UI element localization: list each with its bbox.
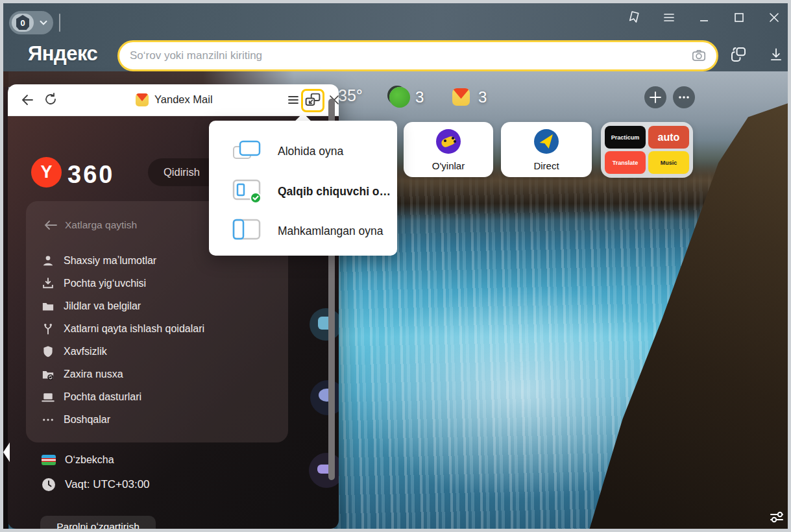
gamepad-dot [454,140,456,143]
language-label: Oʻzbekcha [65,454,114,466]
separate-window-icon [232,139,262,163]
tab-counter[interactable]: 0 [9,11,53,34]
extensions-icon[interactable] [729,45,748,64]
window-frame [0,529,791,532]
menu-item-pinned-window[interactable]: Mahkamlangan oyna [209,211,397,251]
add-widget-button[interactable] [644,86,666,108]
direct-arrow [538,133,555,150]
messenger-count: 3 [415,88,424,106]
window-mode-dropdown: Alohida oyna Qalqib chiquvchi o… Mahkaml… [209,121,397,256]
uzbekistan-flag-icon [42,455,56,465]
menu-item-separate-window[interactable]: Alohida oyna [209,131,397,171]
popup-title: Yandex Mail [154,93,213,106]
tile-games[interactable]: O'yinlar [404,122,493,177]
ellipsis-icon [42,413,55,426]
sidebar-item-label: Boshqalar [64,414,110,426]
menu-item-label: Qalqib chiquvchi o… [278,185,391,199]
direct-icon [534,129,559,154]
menu-item-label: Alohida oyna [278,145,343,158]
sidebar-item-label: Pochta yigʻuvchisi [64,278,146,289]
back-icon[interactable] [18,92,34,108]
more-options-button[interactable] [673,86,695,108]
tile-group: Practicum auto Translate Music [601,122,693,178]
back-arrow-icon [44,221,57,230]
sidebar-item-label: Shaxsiy maʼlumotlar [64,255,156,267]
camera-search-icon[interactable] [690,47,707,64]
screen: 0 Яндекс 35° 3 3 O'yinlar [0,0,791,532]
flag-icon[interactable] [626,10,642,25]
hamburger-menu-icon[interactable] [661,10,677,25]
reload-icon[interactable] [43,91,58,107]
menu-item-floating-window[interactable]: Qalqib chiquvchi o… [209,171,397,212]
sidebar-item-security[interactable]: Xavfsizlik [42,340,275,363]
y360-logo-text: 360 [67,161,114,189]
mail-informer-icon[interactable] [452,88,470,106]
shield-icon [42,345,55,358]
tile-games-label: O'yinlar [404,160,493,171]
window-frame [0,0,791,3]
menu-item-label: Mahkamlangan oyna [278,224,383,238]
gamepad-dot [444,139,446,142]
user-icon [42,254,55,267]
tab-counter-badge: 0 [12,14,34,32]
change-password-button[interactable]: Parolni oʻzgartirish [40,516,156,529]
tile-translate[interactable]: Translate [605,151,646,174]
sidebar-item-label: Zaxira nusxa [64,369,123,380]
tile-practicum[interactable]: Practicum [605,126,646,149]
sidebar-item-folders[interactable]: Jildlar va belgilar [42,295,275,317]
gamepad-dot [452,137,454,139]
browser-topbar: 0 Яндекс [3,3,788,71]
clock-icon [42,478,56,492]
mail-count: 3 [478,88,487,106]
laptop-icon [42,391,55,404]
maximize-icon[interactable] [731,10,747,25]
tile-music[interactable]: Music [648,151,689,174]
search-bar [117,40,718,71]
sidebar-item-collector[interactable]: Pochta yigʻuvchisi [42,272,275,295]
pinned-window-icon [232,219,262,243]
window-mode-button[interactable] [301,89,324,112]
back-label: Xatlarga qaytish [65,219,137,231]
minimize-icon[interactable] [696,10,712,25]
search-input[interactable] [119,49,690,62]
tab-counter-value: 0 [16,15,29,30]
mail-collector-icon [42,277,55,290]
back-to-mail-link[interactable]: Xatlarga qaytish [44,219,137,231]
y360-logo-circle[interactable]: Y [31,157,62,187]
time-row: Vaqt: UTC+03:00 [42,478,150,492]
sidebar-item-label: Jildlar va belgilar [64,300,141,312]
sidebar-item-label: Xavfsizlik [64,346,107,357]
tile-auto[interactable]: auto [648,126,689,149]
sidebar-item-rules[interactable]: Xatlarni qayta ishlash qoidalari [42,317,275,340]
sidebar-item-backup[interactable]: Zaxira nusxa [42,363,275,385]
background-settings-icon[interactable] [767,507,786,527]
folder-icon [42,300,55,313]
time-label: Vaqt: UTC+03:00 [65,478,150,491]
yandex-logo[interactable]: Яндекс [28,42,97,66]
sidebar-item-mail-apps[interactable]: Pochta dasturlari [42,385,275,408]
messenger-icon[interactable] [389,87,410,108]
sidebar-item-label: Pochta dasturlari [64,391,141,403]
window-frame [0,0,3,532]
language-row[interactable]: Oʻzbekcha [42,454,114,466]
rules-icon [42,322,55,335]
divider [59,14,60,32]
games-icon [436,129,461,154]
mail-flap [452,88,470,99]
chevron-down-icon[interactable] [38,17,49,29]
close-icon[interactable] [766,10,782,25]
floating-window-icon [232,179,262,204]
popup-header: Yandex Mail [8,84,339,116]
download-icon[interactable] [768,46,785,63]
sidebar-item-label: Xatlarni qayta ishlash qoidalari [64,323,204,335]
mail-favicon [136,93,149,106]
tile-direct-label: Direct [501,160,592,171]
window-mode-icon [303,91,322,110]
backup-icon [42,368,55,381]
sidebar-item-other[interactable]: Boshqalar [42,408,275,431]
tile-direct[interactable]: Direct [501,122,592,177]
window-frame [788,0,791,532]
popup-menu-icon[interactable] [286,92,301,108]
